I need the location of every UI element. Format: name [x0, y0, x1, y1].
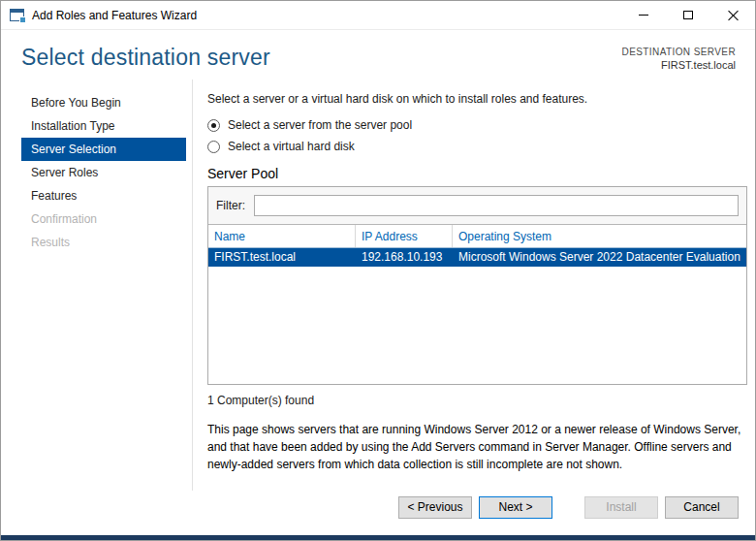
sidebar-item-results: Results [21, 231, 186, 254]
sidebar-item-installation-type[interactable]: Installation Type [21, 114, 186, 138]
server-table: Name IP Address Operating System FIRST.t… [208, 225, 746, 384]
page-description: This page shows servers that are running… [207, 421, 742, 473]
maximize-icon [683, 11, 693, 19]
server-os-cell: Microsoft Windows Server 2022 Datacenter… [453, 248, 746, 267]
taskbar-strip [1, 535, 755, 540]
server-table-header: Name IP Address Operating System [208, 225, 746, 248]
cancel-button[interactable]: Cancel [665, 496, 739, 519]
intro-text: Select a server or a virtual hard disk o… [207, 92, 747, 106]
server-ip-cell: 192.168.10.193 [356, 248, 453, 267]
page-header: Select destination server DESTINATION SE… [1, 30, 755, 80]
close-icon [728, 10, 739, 20]
window-title: Add Roles and Features Wizard [32, 9, 197, 22]
column-header-name[interactable]: Name [208, 225, 356, 247]
column-header-operating-system[interactable]: Operating System [453, 225, 746, 247]
wizard-steps-sidebar: Before You Begin Installation Type Serve… [21, 80, 193, 491]
sidebar-item-confirmation: Confirmation [21, 207, 186, 231]
radio-select-vhd[interactable]: Select a virtual hard disk [207, 140, 747, 153]
sidebar-item-server-selection[interactable]: Server Selection [21, 138, 186, 161]
install-button: Install [584, 496, 658, 519]
maximize-button[interactable] [666, 1, 710, 29]
main-panel: Select a server or a virtual hard disk o… [193, 80, 747, 491]
next-button[interactable]: Next > [479, 496, 552, 519]
previous-button[interactable]: < Previous [398, 496, 472, 519]
sidebar-item-features[interactable]: Features [21, 184, 186, 207]
filter-input[interactable] [254, 195, 739, 216]
radio-select-server-pool[interactable]: Select a server from the server pool [207, 118, 747, 132]
radio-button-icon [207, 119, 220, 132]
filter-label: Filter: [216, 199, 245, 212]
computers-found-text: 1 Computer(s) found [207, 394, 747, 407]
radio-server-pool-label: Select a server from the server pool [228, 118, 412, 132]
close-button[interactable] [710, 1, 755, 29]
wizard-window: Add Roles and Features Wizard Select des… [0, 0, 756, 541]
table-row[interactable]: FIRST.test.local 192.168.10.193 Microsof… [208, 248, 746, 267]
content: Before You Begin Installation Type Serve… [1, 80, 755, 491]
title-bar[interactable]: Add Roles and Features Wizard [1, 1, 755, 30]
minimize-icon [639, 15, 648, 16]
server-pool-title: Server Pool [207, 166, 747, 181]
radio-vhd-label: Select a virtual hard disk [228, 140, 355, 153]
server-name-cell: FIRST.test.local [208, 248, 356, 267]
destination-server-label: DESTINATION SERVER [622, 47, 736, 57]
filter-row: Filter: [208, 187, 746, 225]
footer: < Previous Next > Install Cancel [1, 491, 755, 535]
server-pool-box: Filter: Name IP Address Operating System… [207, 186, 747, 385]
window-controls [621, 1, 755, 29]
page-title: Select destination server [21, 45, 270, 71]
column-header-ip-address[interactable]: IP Address [356, 225, 453, 247]
app-icon [10, 9, 24, 21]
radio-button-icon [207, 141, 220, 153]
destination-server-name: FIRST.test.local [622, 59, 736, 71]
sidebar-item-before-you-begin[interactable]: Before You Begin [21, 91, 186, 114]
destination-server-block: DESTINATION SERVER FIRST.test.local [622, 45, 736, 71]
minimize-button[interactable] [621, 1, 666, 29]
sidebar-item-server-roles[interactable]: Server Roles [21, 161, 186, 184]
